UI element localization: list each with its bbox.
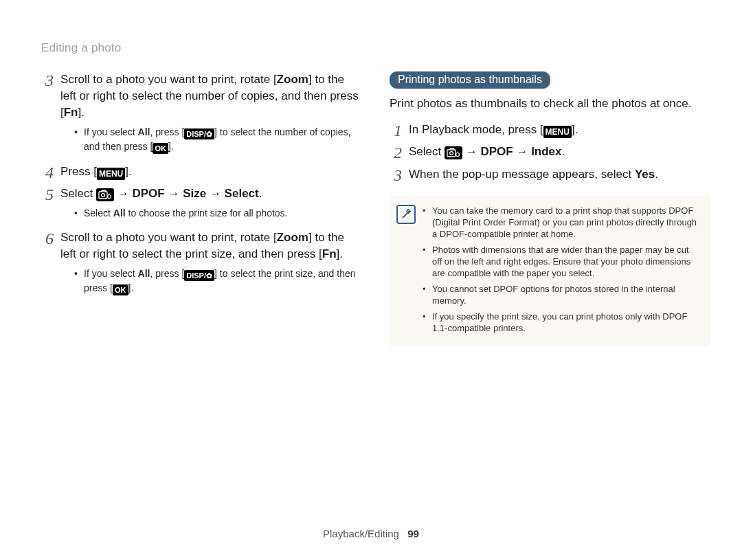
step-text: Scroll to a photo you want to print, rot… — [60, 73, 277, 86]
t: , press [ — [150, 268, 184, 279]
t: Press [ — [60, 165, 97, 178]
fn-icon: Fn — [64, 104, 78, 121]
fn-icon: Fn — [322, 246, 337, 262]
t: to choose the print size for all photos. — [126, 208, 288, 219]
index-label: Index — [531, 145, 561, 158]
arrow-icon: → — [206, 187, 224, 200]
t: ]. — [125, 165, 131, 178]
t: ]. — [128, 282, 134, 293]
step-number: 3 — [41, 71, 54, 159]
t: Select — [409, 145, 445, 158]
svg-rect-0 — [99, 192, 107, 199]
sub-bullet: If you select All, press [DISP/✿] to sel… — [60, 267, 362, 295]
step-number: 3 — [390, 166, 402, 184]
size-label: Size — [183, 187, 206, 200]
step-number: 5 — [41, 186, 54, 225]
t: Select — [84, 208, 113, 219]
t: ]. — [572, 123, 578, 136]
t: ]. — [337, 247, 343, 260]
t: When the pop-up message appears, select — [409, 168, 635, 181]
step-r2: 2 Select → DPOF → Index. — [390, 144, 710, 161]
step-text: ]. — [78, 106, 85, 119]
step-5: 5 Select → DPOF → Size → Select. Select … — [41, 186, 362, 225]
dpof-label: DPOF — [480, 145, 513, 158]
svg-rect-7 — [447, 150, 456, 157]
note-icon — [396, 205, 416, 224]
dpof-label: DPOF — [132, 187, 164, 200]
step-r3: 3 When the pop-up message appears, selec… — [390, 166, 710, 184]
ok-icon: OK — [153, 143, 168, 154]
all-label: All — [138, 126, 150, 137]
photo-settings-icon — [445, 146, 462, 159]
t: In Playback mode, press [ — [409, 123, 543, 136]
step-6: 6 Scroll to a photo you want to print, r… — [41, 229, 362, 301]
right-column: Printing photos as thumbnails Print phot… — [390, 71, 710, 521]
disp-icon: DISP/✿ — [184, 270, 214, 281]
menu-icon: MENU — [543, 126, 572, 138]
ok-icon: OK — [113, 284, 128, 295]
footer-section: Playback/Editing — [323, 528, 399, 539]
step-number: 2 — [390, 144, 402, 161]
section-intro: Print photos as thumbnails to check all … — [390, 96, 710, 112]
note-item: You cannot set DPOF options for photos s… — [423, 283, 701, 306]
t: . — [562, 145, 565, 158]
step-number: 1 — [390, 122, 402, 139]
all-label: All — [113, 208, 126, 219]
yes-label: Yes — [635, 168, 655, 181]
step-number: 4 — [41, 164, 54, 181]
all-label: All — [138, 268, 150, 279]
zoom-label: Zoom — [277, 231, 308, 244]
t: . — [655, 168, 658, 181]
t: Select — [60, 187, 96, 200]
svg-point-8 — [450, 152, 453, 155]
zoom-label: Zoom — [277, 73, 308, 86]
arrow-icon: → — [513, 145, 531, 158]
svg-point-2 — [107, 195, 111, 199]
step-number: 6 — [41, 229, 54, 301]
t: If you select — [84, 268, 138, 279]
note-item: Photos with dimensions that are wider th… — [423, 244, 701, 279]
t: Scroll to a photo you want to print, rot… — [60, 231, 277, 244]
menu-icon: MENU — [97, 168, 125, 180]
arrow-icon: → — [114, 187, 132, 200]
t: , press [ — [150, 126, 184, 137]
t: ]. — [168, 141, 174, 152]
sub-bullet: Select All to choose the print size for … — [60, 206, 288, 220]
left-column: 3 Scroll to a photo you want to print, r… — [41, 71, 362, 521]
svg-point-1 — [102, 194, 105, 197]
arrow-icon: → — [165, 187, 183, 200]
arrow-icon: → — [462, 145, 480, 158]
page-header: Editing a photo — [41, 41, 701, 55]
photo-settings-icon — [96, 188, 114, 201]
disp-icon: DISP/✿ — [184, 128, 214, 139]
t: If you select — [84, 126, 138, 137]
svg-point-9 — [456, 153, 459, 157]
step-r1: 1 In Playback mode, press [MENU]. — [390, 122, 710, 139]
step-3: 3 Scroll to a photo you want to print, r… — [41, 71, 362, 159]
note-item: You can take the memory card to a print … — [423, 205, 701, 240]
note-box: You can take the memory card to a print … — [390, 197, 710, 346]
t: . — [259, 187, 262, 200]
page-number: 99 — [407, 528, 419, 539]
step-4: 4 Press [MENU]. — [41, 164, 362, 181]
note-item: If you specify the print size, you can p… — [423, 311, 701, 334]
page-footer: Playback/Editing 99 — [41, 521, 701, 539]
section-pill: Printing photos as thumbnails — [390, 71, 550, 89]
select-label: Select — [225, 187, 259, 200]
sub-bullet: If you select All, press [DISP/✿] to sel… — [60, 125, 362, 154]
